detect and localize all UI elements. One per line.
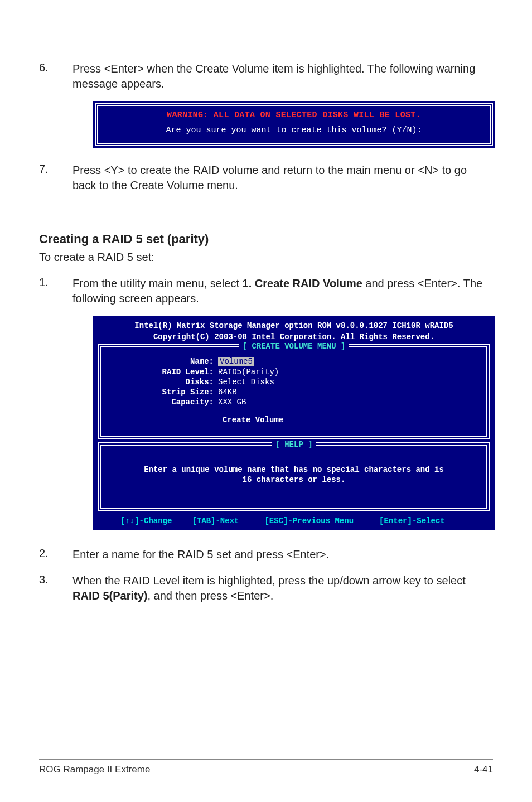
step-6: 6. Press <Enter> when the Create Volume … xyxy=(39,61,493,91)
bios-field-value: RAID5(Parity) xyxy=(218,367,279,377)
step-2: 2. Enter a name for the RAID 5 set and p… xyxy=(39,547,493,562)
bios-create-menu-title: [ CREATE VOLUME MENU ] xyxy=(239,341,349,351)
bios-field-raid-level: RAID Level: RAID5(Parity) xyxy=(109,367,478,377)
bios-field-label: Capacity: xyxy=(109,397,218,407)
step-number: 6. xyxy=(39,61,72,91)
step-number: 1. xyxy=(39,276,72,306)
bios-warning-box: WARNING: ALL DATA ON SELECTED DISKS WILL… xyxy=(95,103,493,146)
bios-header-line1: Intel(R) Matrix Storage Manager option R… xyxy=(95,321,493,332)
bios-warning-wrap: WARNING: ALL DATA ON SELECTED DISKS WILL… xyxy=(95,103,493,146)
bios-create-menu-box: [ CREATE VOLUME MENU ] Name: Volume5 RAI… xyxy=(98,344,490,438)
step-3: 3. When the RAID Level item is highlight… xyxy=(39,573,493,603)
bios-warning-red-line: WARNING: ALL DATA ON SELECTED DISKS WILL… xyxy=(103,110,485,120)
bios-field-label: Name: xyxy=(109,356,218,366)
step3-bold: RAID 5(Parity) xyxy=(72,590,147,602)
step-1: 1. From the utility main menu, select 1.… xyxy=(39,276,493,306)
bios-help-line2: 16 characters or less. xyxy=(115,475,473,485)
page-footer: ROG Rampage II Extreme 4-41 xyxy=(39,759,493,775)
bios-key-prev: [ESC]-Previous Menu xyxy=(264,516,354,526)
step-body: Press <Y> to create the RAID volume and … xyxy=(72,163,493,193)
step-number: 3. xyxy=(39,573,72,603)
bios-field-disks: Disks: Select Disks xyxy=(109,377,478,387)
page: 6. Press <Enter> when the Create Volume … xyxy=(0,0,532,802)
bios-field-strip-size: Strip Size: 64KB xyxy=(109,387,478,397)
step1-bold: 1. Create RAID Volume xyxy=(243,277,362,289)
bios-field-value: XXX GB xyxy=(218,397,246,407)
bios-field-name: Name: Volume5 xyxy=(109,356,478,366)
bios-key-select: [Enter]-Select xyxy=(379,516,445,526)
step-body: Enter a name for the RAID 5 set and pres… xyxy=(72,547,329,562)
step3-pre: When the RAID Level item is highlighted,… xyxy=(72,574,466,587)
bios-key-change: [↑↓]-Change xyxy=(120,516,172,526)
bios-help-box: [ HELP ] Enter a unique volume name that… xyxy=(98,442,490,511)
bios-create-volume-action: Create Volume xyxy=(109,415,478,425)
step-number: 7. xyxy=(39,163,72,193)
bios-help-text: Enter a unique volume name that has no s… xyxy=(109,451,478,498)
bios-name-highlight: Volume5 xyxy=(218,357,254,366)
bios-field-value: Select Disks xyxy=(218,377,274,387)
footer-right: 4-41 xyxy=(474,764,493,775)
footer-left: ROG Rampage II Extreme xyxy=(39,764,150,775)
step-7: 7. Press <Y> to create the RAID volume a… xyxy=(39,163,493,193)
bios-field-capacity: Capacity: XXX GB xyxy=(109,397,478,407)
bios-footer-bar: [↑↓]-Change [TAB]-Next [ESC]-Previous Me… xyxy=(95,515,493,528)
step1-pre: From the utility main menu, select xyxy=(72,277,243,289)
section-subtext: To create a RAID 5 set: xyxy=(39,251,493,264)
bios-key-next: [TAB]-Next xyxy=(192,516,239,526)
section-heading: Creating a RAID 5 set (parity) xyxy=(39,232,493,247)
bios-field-label: Strip Size: xyxy=(109,387,218,397)
bios-field-value: Volume5 xyxy=(218,356,254,366)
bios-field-label: Disks: xyxy=(109,377,218,387)
step-number: 2. xyxy=(39,547,72,562)
bios-screenshot: Intel(R) Matrix Storage Manager option R… xyxy=(95,317,493,528)
bios-help-title: [ HELP ] xyxy=(272,439,316,450)
bios-screenshot-wrap: Intel(R) Matrix Storage Manager option R… xyxy=(95,317,493,528)
bios-help-line1: Enter a unique volume name that has no s… xyxy=(115,465,473,475)
bios-field-value: 64KB xyxy=(218,387,237,397)
step3-post: , and then press <Enter>. xyxy=(147,590,273,602)
bios-warning-prompt: Are you sure you want to create this vol… xyxy=(166,125,422,135)
step-body: When the RAID Level item is highlighted,… xyxy=(72,573,493,603)
step-body: Press <Enter> when the Create Volume ite… xyxy=(72,61,493,91)
bios-field-label: RAID Level: xyxy=(109,367,218,377)
step-body: From the utility main menu, select 1. Cr… xyxy=(72,276,493,306)
